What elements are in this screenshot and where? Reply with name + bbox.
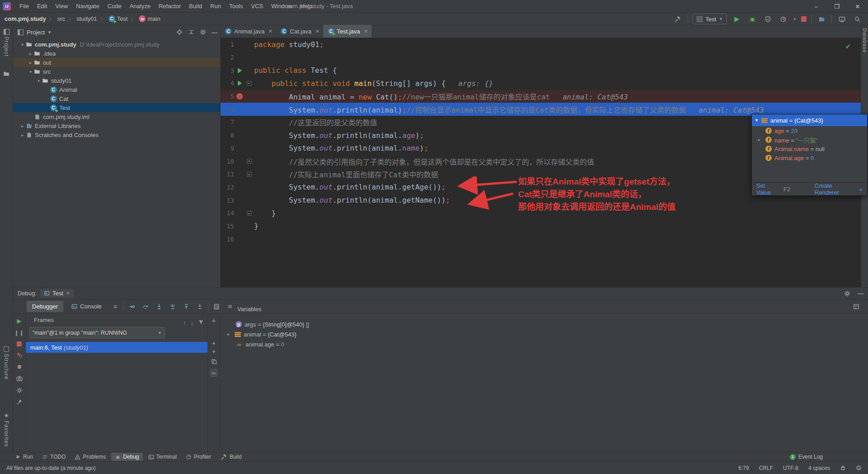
close-icon[interactable]: ✕ xyxy=(363,28,368,34)
toolwindow-button-profiler[interactable]: Profiler xyxy=(182,453,215,461)
menu-tools[interactable]: Tools xyxy=(225,1,247,11)
variable-animal-age[interactable]: ∞animal.age = 0 xyxy=(220,339,868,349)
run-gutter-icon[interactable] xyxy=(234,68,245,73)
tool-button-favorites[interactable]: ★ Favorites xyxy=(0,412,13,447)
tree-item-scratches-and-consoles[interactable]: ▸Scratches and Consoles xyxy=(13,130,220,139)
hide-panel-icon[interactable]: — xyxy=(858,290,863,297)
coverage-button[interactable] xyxy=(762,14,773,24)
tree-item-idea[interactable]: ▸.idea xyxy=(13,49,220,58)
toolwindow-button-terminal[interactable]: Terminal xyxy=(145,453,180,461)
indent-style[interactable]: 4 spaces xyxy=(808,465,830,471)
toolwindow-button-run[interactable]: Run xyxy=(12,453,37,461)
menu-navigate[interactable]: Navigate xyxy=(72,1,103,11)
tree-item-out[interactable]: ▸out xyxy=(13,58,220,67)
show-execution-point-icon[interactable] xyxy=(127,302,137,312)
chevron-down-icon[interactable]: ▾ xyxy=(36,78,42,83)
copy-icon[interactable] xyxy=(211,359,217,365)
run-anything-icon[interactable] xyxy=(836,14,847,24)
tab-console[interactable]: Console xyxy=(66,301,107,312)
menu-file[interactable]: File xyxy=(15,1,33,11)
filter-frames-icon[interactable] xyxy=(198,319,204,326)
popup-field-animal-age[interactable]: fAnimal.age = 0 xyxy=(752,153,867,162)
tree-item-animal[interactable]: CAnimal xyxy=(13,85,220,94)
add-watch-icon[interactable]: + xyxy=(212,317,216,324)
tree-item-external-libraries[interactable]: ▸External Libraries xyxy=(13,121,220,130)
minimize-button[interactable]: – xyxy=(806,0,826,13)
step-over-icon[interactable] xyxy=(140,302,151,312)
search-everywhere-icon[interactable] xyxy=(852,14,863,24)
fold-down-icon[interactable]: ▾ xyxy=(247,81,252,86)
breadcrumb-item-test[interactable]: Test xyxy=(117,15,128,22)
tool-button-structure[interactable]: Structure xyxy=(0,346,13,380)
popup-field-age[interactable]: fage = 20 xyxy=(752,126,867,135)
stop-button[interactable] xyxy=(17,341,22,346)
thread-dropdown[interactable]: "main"@1 in group "main": RUNNING ▼ xyxy=(29,327,165,338)
tree-item-com-pmj-study[interactable]: ▾com.pmj.studyD:\IdeaProjects\com.pmj.st… xyxy=(13,40,220,49)
menu-code[interactable]: Code xyxy=(104,1,126,11)
chevron-down-icon[interactable]: ▼ xyxy=(793,17,797,21)
breakpoint-icon[interactable]: ✓ xyxy=(234,93,245,100)
build-hammer-icon[interactable] xyxy=(672,14,683,24)
chevron-right-icon[interactable]: ▸ xyxy=(28,60,33,65)
inspections-hector-icon[interactable] xyxy=(856,465,862,471)
tab-debugger[interactable]: Debugger xyxy=(27,301,63,312)
fold-marker-icon[interactable]: ▾ xyxy=(245,81,253,86)
prev-frame-icon[interactable]: ↑ xyxy=(183,319,186,326)
chevron-right-icon[interactable]: ▸ xyxy=(19,123,25,128)
tool-button-database[interactable]: Database xyxy=(861,28,868,53)
editor-tab-cat-java[interactable]: CCat.java✕ xyxy=(276,25,323,38)
close-icon[interactable]: ✕ xyxy=(315,28,320,34)
maximize-button[interactable]: ❐ xyxy=(826,0,847,13)
toolwindow-button-build[interactable]: Build xyxy=(217,452,245,461)
run-button[interactable]: ▶ xyxy=(731,14,742,24)
event-log-button[interactable]: 1Event Log xyxy=(790,454,823,460)
locate-file-icon[interactable] xyxy=(176,29,183,35)
breakpoint-verified-icon[interactable]: ✓ xyxy=(236,93,243,100)
fold-marker-icon[interactable]: ▴ xyxy=(245,211,253,216)
chevron-down-icon[interactable]: ▾ xyxy=(28,69,33,74)
popup-field-animal-name[interactable]: fAnimal.name = null xyxy=(752,144,867,153)
editor-tab-test-java[interactable]: CTest.java✕ xyxy=(323,25,372,38)
next-frame-icon[interactable]: ↓ xyxy=(191,319,194,326)
close-icon[interactable]: ✕ xyxy=(66,290,70,296)
caret-position[interactable]: 6:79 xyxy=(738,465,749,471)
run-config-select[interactable]: Test ▼ xyxy=(693,14,727,24)
breadcrumb-item-main[interactable]: main xyxy=(147,15,160,22)
pin-icon[interactable] xyxy=(16,399,23,405)
tree-item-cat[interactable]: CCat xyxy=(13,94,220,103)
chevron-right-icon[interactable]: ▸ xyxy=(28,51,33,56)
tree-item-com-pmj-study-iml[interactable]: com.pmj.study.iml xyxy=(13,112,220,121)
hide-panel-icon[interactable]: — xyxy=(212,29,217,36)
fold-marker-icon[interactable]: ▴ xyxy=(245,172,253,177)
settings-gear-icon[interactable] xyxy=(200,29,206,35)
more-actions-icon[interactable]: » xyxy=(859,186,863,193)
breadcrumb-item-study01[interactable]: study01 xyxy=(76,15,97,22)
toolwindow-button-problems[interactable]: Problems xyxy=(71,453,109,461)
set-value-link[interactable]: Set Value xyxy=(756,182,780,196)
mute-breakpoints-icon[interactable] xyxy=(16,364,23,370)
force-step-into-icon[interactable] xyxy=(167,302,178,312)
close-button[interactable]: ✕ xyxy=(847,0,868,13)
debug-session-tab[interactable]: Test ✕ xyxy=(40,289,74,298)
menu-vcs[interactable]: VCS xyxy=(247,1,267,11)
tree-item-src[interactable]: ▾src xyxy=(13,67,220,76)
line-separator[interactable]: CRLF xyxy=(759,465,773,471)
menu-run[interactable]: Run xyxy=(206,1,225,11)
fold-up-icon[interactable]: ▴ xyxy=(247,172,252,177)
scroll-down-icon[interactable]: ▼ xyxy=(212,350,216,354)
project-structure-icon[interactable] xyxy=(816,14,827,24)
create-renderer-link[interactable]: Create Renderer xyxy=(815,182,856,196)
editor-tab-animal-java[interactable]: CAnimal.java✕ xyxy=(221,25,276,38)
trace-streams-icon[interactable]: ≋ xyxy=(225,302,236,312)
chevron-right-icon[interactable]: ▸ xyxy=(758,137,763,142)
scroll-up-icon[interactable]: ▲ xyxy=(212,341,216,345)
run-gutter-icon[interactable] xyxy=(234,81,245,86)
file-encoding[interactable]: UTF-8 xyxy=(783,465,798,471)
tree-item-test[interactable]: CTest xyxy=(13,103,220,112)
menu-build[interactable]: Build xyxy=(185,1,206,11)
toolwindow-button-todo[interactable]: TODO xyxy=(38,453,69,461)
stack-frame-row[interactable]: main:6, Test (study01) xyxy=(26,342,208,353)
chevron-right-icon[interactable]: ▸ xyxy=(227,332,232,337)
show-watches-icon[interactable]: ∞ xyxy=(210,369,217,377)
step-out-icon[interactable] xyxy=(181,302,192,312)
